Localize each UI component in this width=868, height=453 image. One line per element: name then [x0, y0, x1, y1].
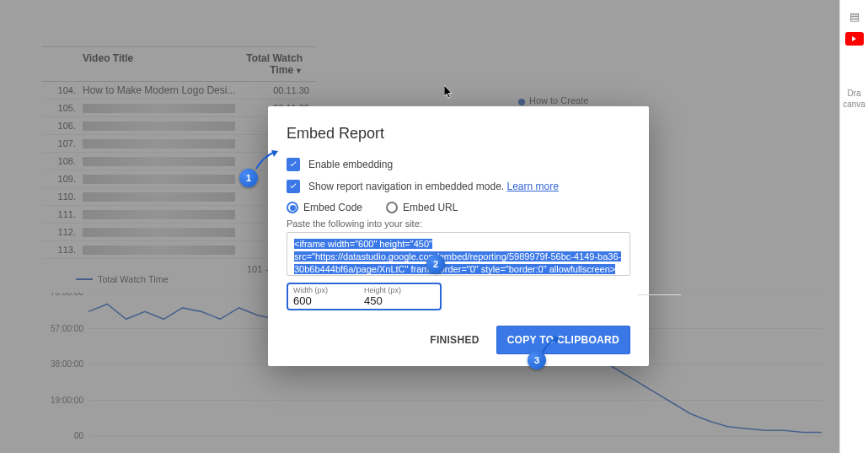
annotation-badge-3: 3	[528, 351, 546, 369]
paste-instruction: Paste the following into your site:	[287, 218, 630, 229]
annotation-arrow-1	[251, 148, 281, 174]
embed-code-radio[interactable]: Embed Code	[287, 202, 362, 213]
height-input[interactable]: 450	[364, 294, 435, 307]
right-hint: Dracanva	[840, 88, 868, 110]
layout-icon[interactable]: ▤	[844, 8, 865, 24]
finished-button[interactable]: FINISHED	[421, 327, 487, 353]
divider	[637, 294, 681, 295]
width-label: Width (px)	[293, 286, 364, 294]
right-toolbar: ▤ Dracanva	[839, 0, 868, 453]
enable-embedding-checkbox[interactable]	[287, 158, 300, 171]
annotation-badge-2: 2	[426, 255, 445, 273]
embed-code-textarea[interactable]: <iframe width="600" height="450" src="ht…	[287, 232, 630, 276]
show-nav-checkbox[interactable]	[287, 180, 300, 193]
youtube-icon[interactable]	[845, 32, 864, 46]
size-inputs: Width (px) 600 Height (px) 450	[287, 283, 442, 310]
embed-report-dialog: Embed Report Enable embedding Show repor…	[268, 106, 649, 366]
check-icon	[288, 159, 298, 170]
height-label: Height (px)	[364, 286, 435, 294]
show-nav-label: Show report navigation in embedded mode.…	[308, 181, 559, 192]
width-input[interactable]: 600	[293, 294, 364, 307]
learn-more-link[interactable]: Learn more	[507, 181, 559, 192]
copy-to-clipboard-button[interactable]: COPY TO CLIPBOARD	[496, 326, 630, 354]
annotation-badge-1: 1	[239, 169, 258, 187]
check-icon	[288, 181, 298, 191]
embed-url-radio[interactable]: Embed URL	[386, 202, 458, 213]
dialog-title: Embed Report	[287, 125, 630, 143]
enable-embedding-label: Enable embedding	[308, 159, 393, 170]
